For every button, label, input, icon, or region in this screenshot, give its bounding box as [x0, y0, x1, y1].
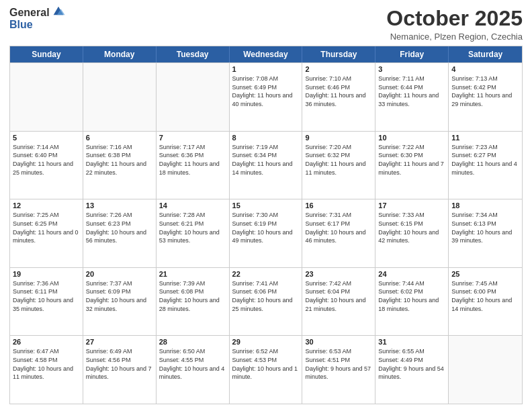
header-day-monday: Monday [83, 46, 157, 62]
day-number: 20 [86, 270, 153, 278]
day-number: 11 [451, 134, 519, 142]
day-info: Sunrise: 6:55 AM Sunset: 4:49 PM Dayligh… [378, 347, 445, 381]
day-info: Sunrise: 7:23 AM Sunset: 6:27 PM Dayligh… [451, 143, 519, 177]
day-number: 24 [378, 270, 445, 278]
day-cell-30: 30Sunrise: 6:53 AM Sunset: 4:51 PM Dayli… [302, 336, 375, 404]
day-info: Sunrise: 7:13 AM Sunset: 6:42 PM Dayligh… [451, 75, 519, 108]
week-row-5: 26Sunrise: 6:47 AM Sunset: 4:58 PM Dayli… [10, 335, 522, 404]
empty-cell [83, 63, 157, 131]
day-number: 16 [305, 201, 372, 210]
day-info: Sunrise: 7:39 AM Sunset: 6:08 PM Dayligh… [159, 279, 226, 313]
day-number: 2 [305, 65, 372, 73]
header-day-thursday: Thursday [302, 46, 375, 62]
day-info: Sunrise: 7:41 AM Sunset: 6:06 PM Dayligh… [232, 279, 300, 313]
day-number: 29 [232, 338, 300, 346]
day-cell-31: 31Sunrise: 6:55 AM Sunset: 4:49 PM Dayli… [375, 336, 449, 404]
day-number: 28 [159, 338, 226, 346]
day-cell-16: 16Sunrise: 7:31 AM Sunset: 6:17 PM Dayli… [302, 199, 375, 267]
day-info: Sunrise: 7:17 AM Sunset: 6:36 PM Dayligh… [159, 143, 226, 177]
day-number: 18 [451, 201, 519, 210]
day-info: Sunrise: 6:52 AM Sunset: 4:53 PM Dayligh… [232, 347, 300, 381]
day-cell-14: 14Sunrise: 7:28 AM Sunset: 6:21 PM Dayli… [157, 199, 230, 267]
day-info: Sunrise: 6:47 AM Sunset: 4:58 PM Dayligh… [13, 347, 80, 381]
day-number: 26 [13, 338, 80, 346]
day-cell-9: 9Sunrise: 7:20 AM Sunset: 6:32 PM Daylig… [302, 132, 375, 199]
day-info: Sunrise: 7:28 AM Sunset: 6:21 PM Dayligh… [159, 211, 226, 244]
day-info: Sunrise: 7:31 AM Sunset: 6:17 PM Dayligh… [305, 211, 372, 244]
day-cell-5: 5Sunrise: 7:14 AM Sunset: 6:40 PM Daylig… [10, 132, 83, 199]
day-number: 19 [13, 270, 80, 278]
header: General Blue October 2025 Nemanice, Plze… [9, 7, 523, 42]
day-info: Sunrise: 7:30 AM Sunset: 6:19 PM Dayligh… [232, 211, 300, 244]
day-cell-17: 17Sunrise: 7:33 AM Sunset: 6:15 PM Dayli… [375, 199, 449, 267]
week-row-4: 19Sunrise: 7:36 AM Sunset: 6:11 PM Dayli… [10, 267, 522, 336]
day-number: 13 [86, 201, 153, 210]
week-row-1: 1Sunrise: 7:08 AM Sunset: 6:49 PM Daylig… [10, 62, 522, 131]
day-cell-19: 19Sunrise: 7:36 AM Sunset: 6:11 PM Dayli… [10, 268, 83, 336]
day-info: Sunrise: 7:19 AM Sunset: 6:34 PM Dayligh… [232, 143, 300, 177]
day-cell-23: 23Sunrise: 7:42 AM Sunset: 6:04 PM Dayli… [302, 268, 375, 336]
day-info: Sunrise: 7:45 AM Sunset: 6:00 PM Dayligh… [451, 279, 519, 313]
day-number: 30 [305, 338, 372, 346]
day-cell-3: 3Sunrise: 7:11 AM Sunset: 6:44 PM Daylig… [375, 63, 449, 131]
day-info: Sunrise: 7:08 AM Sunset: 6:49 PM Dayligh… [232, 75, 300, 108]
day-info: Sunrise: 6:53 AM Sunset: 4:51 PM Dayligh… [305, 347, 372, 381]
day-number: 4 [451, 65, 519, 73]
logo-blue: Blue [9, 19, 33, 30]
day-cell-21: 21Sunrise: 7:39 AM Sunset: 6:08 PM Dayli… [157, 268, 230, 336]
day-number: 1 [232, 65, 300, 73]
logo: General Blue [9, 7, 66, 31]
day-number: 12 [13, 201, 80, 210]
empty-cell [449, 336, 522, 404]
day-cell-4: 4Sunrise: 7:13 AM Sunset: 6:42 PM Daylig… [449, 63, 522, 131]
empty-cell [10, 63, 83, 131]
day-cell-28: 28Sunrise: 6:50 AM Sunset: 4:55 PM Dayli… [157, 336, 230, 404]
day-number: 14 [159, 201, 226, 210]
day-cell-6: 6Sunrise: 7:16 AM Sunset: 6:38 PM Daylig… [83, 132, 157, 199]
day-cell-1: 1Sunrise: 7:08 AM Sunset: 6:49 PM Daylig… [230, 63, 303, 131]
day-number: 9 [305, 134, 372, 142]
day-info: Sunrise: 7:36 AM Sunset: 6:11 PM Dayligh… [13, 279, 80, 313]
day-cell-20: 20Sunrise: 7:37 AM Sunset: 6:09 PM Dayli… [83, 268, 157, 336]
day-info: Sunrise: 7:14 AM Sunset: 6:40 PM Dayligh… [13, 143, 80, 177]
calendar-body: 1Sunrise: 7:08 AM Sunset: 6:49 PM Daylig… [10, 62, 522, 404]
week-row-2: 5Sunrise: 7:14 AM Sunset: 6:40 PM Daylig… [10, 131, 522, 199]
day-number: 17 [378, 201, 445, 210]
header-day-friday: Friday [375, 46, 449, 62]
month-title: October 2025 [386, 7, 523, 30]
day-number: 3 [378, 65, 445, 73]
day-info: Sunrise: 6:49 AM Sunset: 4:56 PM Dayligh… [86, 347, 153, 381]
day-number: 7 [159, 134, 226, 142]
day-cell-7: 7Sunrise: 7:17 AM Sunset: 6:36 PM Daylig… [157, 132, 230, 199]
day-cell-11: 11Sunrise: 7:23 AM Sunset: 6:27 PM Dayli… [449, 132, 522, 199]
day-number: 22 [232, 270, 300, 278]
day-cell-29: 29Sunrise: 6:52 AM Sunset: 4:53 PM Dayli… [230, 336, 303, 404]
day-cell-13: 13Sunrise: 7:26 AM Sunset: 6:23 PM Dayli… [83, 199, 157, 267]
day-cell-10: 10Sunrise: 7:22 AM Sunset: 6:30 PM Dayli… [375, 132, 449, 199]
empty-cell [157, 63, 230, 131]
day-cell-27: 27Sunrise: 6:49 AM Sunset: 4:56 PM Dayli… [83, 336, 157, 404]
day-info: Sunrise: 7:25 AM Sunset: 6:25 PM Dayligh… [13, 211, 80, 244]
day-info: Sunrise: 7:44 AM Sunset: 6:02 PM Dayligh… [378, 279, 445, 313]
day-cell-26: 26Sunrise: 6:47 AM Sunset: 4:58 PM Dayli… [10, 336, 83, 404]
page: General Blue October 2025 Nemanice, Plze… [0, 0, 532, 411]
day-cell-12: 12Sunrise: 7:25 AM Sunset: 6:25 PM Dayli… [10, 199, 83, 267]
header-day-wednesday: Wednesday [230, 46, 303, 62]
day-number: 31 [378, 338, 445, 346]
title-block: October 2025 Nemanice, Plzen Region, Cze… [386, 7, 523, 42]
day-number: 21 [159, 270, 226, 278]
day-info: Sunrise: 7:22 AM Sunset: 6:30 PM Dayligh… [378, 143, 445, 177]
day-info: Sunrise: 7:11 AM Sunset: 6:44 PM Dayligh… [378, 75, 445, 108]
day-info: Sunrise: 7:33 AM Sunset: 6:15 PM Dayligh… [378, 211, 445, 244]
day-number: 23 [305, 270, 372, 278]
day-number: 15 [232, 201, 300, 210]
day-info: Sunrise: 7:10 AM Sunset: 6:46 PM Dayligh… [305, 75, 372, 108]
day-info: Sunrise: 7:26 AM Sunset: 6:23 PM Dayligh… [86, 211, 153, 244]
day-cell-15: 15Sunrise: 7:30 AM Sunset: 6:19 PM Dayli… [230, 199, 303, 267]
day-info: Sunrise: 7:42 AM Sunset: 6:04 PM Dayligh… [305, 279, 372, 313]
day-cell-22: 22Sunrise: 7:41 AM Sunset: 6:06 PM Dayli… [230, 268, 303, 336]
calendar-header: SundayMondayTuesdayWednesdayThursdayFrid… [10, 46, 522, 62]
day-info: Sunrise: 7:34 AM Sunset: 6:13 PM Dayligh… [451, 211, 519, 244]
logo-icon [51, 4, 66, 19]
day-number: 10 [378, 134, 445, 142]
